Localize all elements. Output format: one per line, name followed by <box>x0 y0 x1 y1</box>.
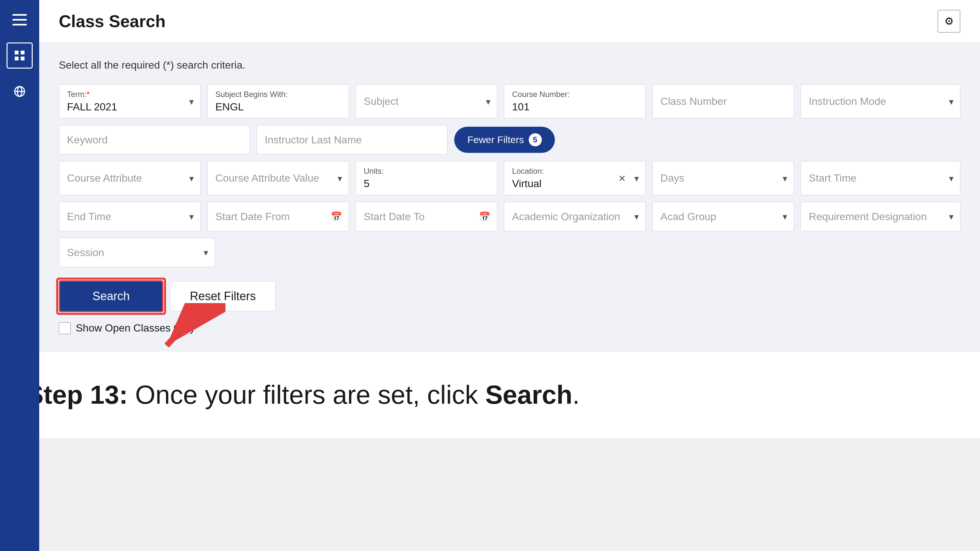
start-date-from-calendar-icon: 📅 <box>331 211 342 222</box>
course-attribute-field[interactable]: Course Attribute ▾ <box>59 161 200 195</box>
session-placeholder: Session <box>67 246 207 259</box>
start-date-from-field[interactable]: Start Date From 📅 <box>207 202 349 231</box>
start-time-chevron-icon: ▾ <box>949 173 953 184</box>
svg-rect-1 <box>21 51 24 54</box>
start-time-placeholder: Start Time <box>809 172 952 184</box>
step-period: . <box>573 380 580 409</box>
action-section: Search Reset Filters Show Open Classes O… <box>59 274 276 334</box>
step-search: Search <box>485 380 573 409</box>
keyword-placeholder: Keyword <box>67 134 242 146</box>
reset-filters-button[interactable]: Reset Filters <box>170 281 276 311</box>
course-number-field[interactable]: Course Number: 101 <box>504 84 646 119</box>
spacer-row5 <box>221 238 960 267</box>
requirement-desig-placeholder: Requirement Designation <box>809 211 952 223</box>
start-date-to-field[interactable]: Start Date To 📅 <box>356 202 497 231</box>
days-field[interactable]: Days ▾ <box>652 161 794 195</box>
fewer-filters-button[interactable]: Fewer Filters 5 <box>454 127 555 153</box>
course-attr-value-chevron-icon: ▾ <box>337 173 342 184</box>
location-field[interactable]: Location: Virtual ✕ ▾ <box>504 161 646 195</box>
subject-chevron-icon: ▾ <box>486 96 490 107</box>
subject-begins-label: Subject Begins With: <box>215 90 341 99</box>
action-row: Search Reset Filters <box>59 280 276 312</box>
subject-field[interactable]: Subject ▾ <box>356 84 497 119</box>
course-number-value: 101 <box>512 101 638 113</box>
acad-group-placeholder: Acad Group <box>660 211 786 223</box>
start-time-field[interactable]: Start Time ▾ <box>800 161 960 195</box>
subject-value: Subject <box>364 95 489 108</box>
acad-group-field[interactable]: Acad Group ▾ <box>652 202 794 231</box>
filter-row-5: Session ▾ <box>59 238 960 267</box>
instruction-mode-chevron-icon: ▾ <box>949 96 953 107</box>
step-prefix: Step 13: <box>26 380 128 409</box>
academic-org-field[interactable]: Academic Organization ▾ <box>504 202 646 231</box>
search-panel: Select all the required (*) search crite… <box>39 43 980 352</box>
search-button[interactable]: Search <box>59 280 163 312</box>
units-label: Units: <box>364 167 489 176</box>
start-date-to-calendar-icon: 📅 <box>479 211 490 222</box>
course-attribute-value-field[interactable]: Course Attribute Value ▾ <box>207 161 349 195</box>
end-time-placeholder: End Time <box>67 211 192 223</box>
instructor-last-name-placeholder: Instructor Last Name <box>265 134 439 146</box>
class-number-field[interactable]: Class Number <box>652 84 794 119</box>
header: Class Search ⚙ <box>39 0 980 43</box>
instructor-last-name-field[interactable]: Instructor Last Name <box>256 125 448 154</box>
instruction-section: Step 13: Once your filters are set, clic… <box>0 352 980 438</box>
session-chevron-icon: ▾ <box>204 247 208 258</box>
svg-rect-3 <box>21 57 24 60</box>
requirement-desig-chevron-icon: ▾ <box>949 211 953 222</box>
grid-view-nav[interactable] <box>6 43 33 68</box>
open-classes-label[interactable]: Show Open Classes Only <box>76 322 195 334</box>
svg-rect-0 <box>15 51 19 54</box>
academic-org-chevron-icon: ▾ <box>634 211 639 222</box>
term-value: FALL 2021 <box>67 101 192 113</box>
acad-group-chevron-icon: ▾ <box>783 211 787 222</box>
units-value: 5 <box>364 178 489 190</box>
filter-row-4: End Time ▾ Start Date From 📅 Start Date … <box>59 202 960 231</box>
course-attr-chevron-icon: ▾ <box>189 173 194 184</box>
settings-button[interactable]: ⚙ <box>937 10 960 33</box>
units-field[interactable]: Units: 5 <box>356 161 497 195</box>
instruction-text: Step 13: Once your filters are set, clic… <box>26 378 954 412</box>
criteria-instruction: Select all the required (*) search crite… <box>59 59 960 71</box>
academic-org-placeholder: Academic Organization <box>512 211 638 223</box>
filter-row-3: Course Attribute ▾ Course Attribute Valu… <box>59 161 960 195</box>
course-attribute-value-placeholder: Course Attribute Value <box>215 172 341 184</box>
fewer-filters-badge: 5 <box>529 133 542 146</box>
svg-rect-2 <box>15 57 19 60</box>
requirement-desig-field[interactable]: Requirement Designation ▾ <box>800 202 960 231</box>
course-attribute-placeholder: Course Attribute <box>67 172 192 184</box>
globe-nav[interactable] <box>6 78 33 105</box>
start-date-to-placeholder: Start Date To <box>364 211 489 223</box>
end-time-field[interactable]: End Time ▾ <box>59 202 200 231</box>
term-chevron-icon: ▾ <box>189 96 194 107</box>
term-label: Term:* <box>67 90 192 99</box>
subject-begins-field[interactable]: Subject Begins With: ENGL <box>207 84 349 119</box>
hamburger-menu[interactable] <box>6 6 33 33</box>
class-number-placeholder: Class Number <box>660 95 786 108</box>
fewer-filters-label: Fewer Filters <box>467 134 524 145</box>
start-date-from-placeholder: Start Date From <box>215 211 341 223</box>
sidebar <box>0 0 39 551</box>
page-title: Class Search <box>59 11 165 31</box>
keyword-field[interactable]: Keyword <box>59 125 250 154</box>
spacer-row2 <box>585 125 960 154</box>
filter-row-1: Term:* FALL 2021 ▾ Subject Begins With: … <box>59 84 960 119</box>
term-field[interactable]: Term:* FALL 2021 ▾ <box>59 84 200 119</box>
open-classes-checkbox[interactable] <box>59 322 71 334</box>
main-content: Class Search ⚙ Select all the required (… <box>39 0 980 352</box>
step-text: Once your filters are set, click <box>128 380 485 409</box>
location-clear-icon[interactable]: ✕ <box>618 173 626 184</box>
course-number-label: Course Number: <box>512 90 638 99</box>
instruction-mode-field[interactable]: Instruction Mode ▾ <box>800 84 960 119</box>
location-chevron-icon: ▾ <box>634 173 639 184</box>
end-time-chevron-icon: ▾ <box>189 211 194 222</box>
days-chevron-icon: ▾ <box>783 173 787 184</box>
subject-begins-value: ENGL <box>215 101 341 113</box>
filter-row-2: Keyword Instructor Last Name Fewer Filte… <box>59 125 960 154</box>
session-field[interactable]: Session ▾ <box>59 238 215 267</box>
instruction-mode-placeholder: Instruction Mode <box>809 95 952 108</box>
days-placeholder: Days <box>660 172 786 184</box>
search-button-wrapper: Search <box>59 280 163 312</box>
fewer-filters-container: Fewer Filters 5 <box>454 125 579 154</box>
checkbox-row: Show Open Classes Only <box>59 322 276 334</box>
